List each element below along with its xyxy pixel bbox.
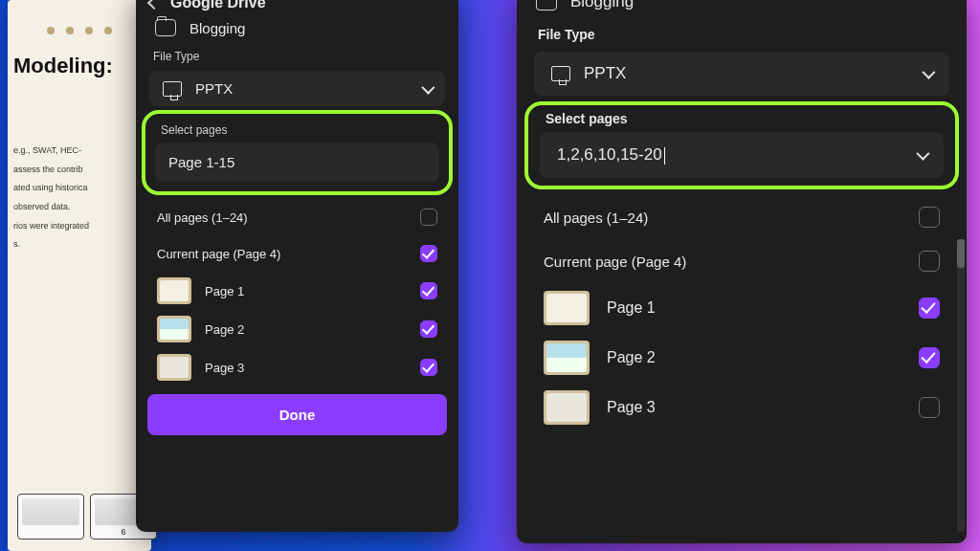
page-list-item[interactable]: Page 3: [517, 383, 967, 432]
checkbox-checked[interactable]: [420, 320, 437, 338]
folder-name: Blogging: [570, 0, 634, 11]
slide-heading: Modeling:: [13, 54, 145, 78]
page-name: Page 3: [607, 399, 902, 416]
back-icon[interactable]: [147, 0, 161, 10]
done-button[interactable]: Done: [147, 394, 447, 435]
all-pages-option[interactable]: All pages (1–24): [136, 199, 458, 235]
editor-canvas-background: Modeling: e.g., SWAT, HEC- assess the co…: [8, 0, 151, 551]
page-name: Page 1: [607, 299, 902, 317]
save-panel-left: Google Drive Blogging File Type PPTX Sel…: [136, 0, 458, 532]
page-thumbnail: [544, 341, 590, 375]
page-range-value: 1,2,6,10,15-20: [557, 145, 662, 164]
file-type-value: PPTX: [584, 64, 626, 83]
page-name: Page 2: [205, 322, 407, 337]
current-page-label: Current page (Page 4): [544, 253, 686, 270]
slide-text-line: observed data.: [13, 202, 145, 213]
drive-title: Google Drive: [170, 0, 266, 11]
page-thumbnail: [157, 316, 191, 342]
file-type-label: File Type: [517, 19, 967, 48]
checkbox-unchecked[interactable]: [919, 397, 940, 418]
select-pages-label: Select pages: [151, 118, 443, 141]
select-pages-label: Select pages: [534, 109, 949, 132]
page-list-item[interactable]: Page 2: [517, 333, 967, 383]
page-thumbnail: [544, 291, 590, 325]
slide-thumbnail[interactable]: [17, 494, 84, 540]
chevron-down-icon: [922, 66, 935, 79]
page-thumbnail: [157, 277, 191, 304]
page-name: Page 3: [205, 361, 407, 375]
highlighted-select-pages: Select pages 1,2,6,10,15-20: [524, 101, 959, 189]
folder-icon: [536, 0, 557, 11]
checkbox-unchecked[interactable]: [420, 209, 437, 226]
slide-text-line: ated using historica: [13, 183, 145, 194]
page-list-item[interactable]: Page 1: [136, 272, 458, 310]
slide-body: e.g., SWAT, HEC- assess the contrib ated…: [13, 145, 145, 251]
all-pages-label: All pages (1–24): [544, 209, 648, 226]
slide-text-line: assess the contrib: [13, 165, 145, 176]
page-list-item[interactable]: Page 2: [136, 310, 458, 348]
presentation-icon: [163, 81, 182, 97]
text-cursor: [664, 147, 665, 165]
page-list-item[interactable]: Page 1: [517, 283, 967, 333]
current-page-label: Current page (Page 4): [157, 247, 280, 261]
current-page-option[interactable]: Current page (Page 4): [517, 239, 967, 283]
all-pages-label: All pages (1–24): [157, 210, 248, 225]
page-range-input[interactable]: 1,2,6,10,15-20: [540, 132, 944, 178]
thumbnail-number: 6: [121, 527, 125, 537]
slide-text-line: e.g., SWAT, HEC-: [13, 145, 145, 157]
page-list-item[interactable]: Page 3: [136, 348, 458, 386]
current-page-option[interactable]: Current page (Page 4): [136, 235, 458, 272]
chevron-down-icon: [421, 80, 434, 94]
save-panel-right: Blogging File Type PPTX Select pages 1,2…: [517, 0, 967, 543]
checkbox-checked[interactable]: [420, 282, 437, 299]
page-range-value: Page 1-15: [168, 154, 234, 170]
page-thumbnail: [157, 354, 191, 381]
drive-header-row[interactable]: Google Drive: [136, 0, 458, 11]
slide-text-line: rios were integrated: [13, 221, 145, 232]
file-type-value: PPTX: [195, 80, 233, 97]
checkbox-checked[interactable]: [919, 298, 940, 319]
folder-row[interactable]: Blogging: [136, 11, 458, 44]
checkbox-unchecked[interactable]: [919, 207, 940, 228]
checkbox-checked[interactable]: [420, 359, 437, 376]
folder-row[interactable]: Blogging: [517, 0, 967, 19]
checkbox-unchecked[interactable]: [919, 251, 940, 272]
scrollbar-track[interactable]: [957, 239, 965, 532]
slide-text-line: s.: [13, 239, 145, 251]
done-label: Done: [279, 407, 316, 423]
page-name: Page 2: [607, 349, 902, 366]
presentation-icon: [551, 66, 570, 81]
folder-icon: [155, 19, 176, 36]
page-range-input[interactable]: Page 1-15: [155, 143, 439, 182]
chevron-down-icon: [916, 147, 929, 161]
checkbox-checked[interactable]: [420, 245, 437, 262]
checkbox-checked[interactable]: [919, 347, 940, 368]
all-pages-option[interactable]: All pages (1–24): [517, 195, 967, 239]
scrollbar-thumb[interactable]: [957, 239, 965, 268]
file-type-label: File Type: [136, 44, 458, 67]
folder-name: Blogging: [189, 20, 245, 36]
decorative-dots: [13, 27, 145, 34]
file-type-dropdown[interactable]: PPTX: [534, 52, 949, 96]
file-type-dropdown[interactable]: PPTX: [149, 71, 445, 106]
highlighted-select-pages: Select pages Page 1-15: [142, 110, 453, 195]
page-thumbnail: [544, 390, 590, 425]
page-name: Page 1: [205, 284, 407, 298]
